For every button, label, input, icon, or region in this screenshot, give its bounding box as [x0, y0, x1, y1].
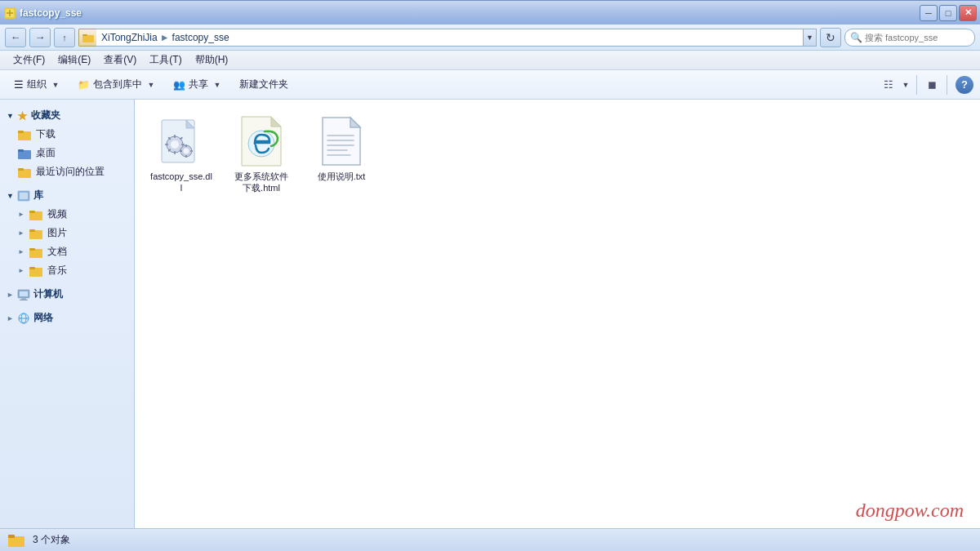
- favorites-arrow: ▼: [7, 112, 14, 120]
- svg-rect-22: [21, 298, 26, 300]
- breadcrumb-xitongzhijia[interactable]: XiTongZhiJia: [101, 32, 158, 43]
- file-item-dll[interactable]: fastcopy_sse.dll: [145, 109, 218, 200]
- sidebar-item-images[interactable]: ► 图片: [0, 224, 134, 242]
- sidebar-item-docs[interactable]: ► 文档: [0, 242, 134, 261]
- organize-label: 组织: [27, 78, 47, 91]
- search-input[interactable]: [865, 33, 955, 42]
- maximize-button[interactable]: □: [939, 5, 957, 21]
- breadcrumb-bar: XiTongZhiJia ► fastcopy_sse: [96, 29, 804, 47]
- expand-arrow-images: ►: [18, 229, 24, 237]
- preview-pane-button[interactable]: ◼: [922, 75, 942, 95]
- status-folder-icon: [8, 532, 24, 549]
- favorites-label: 收藏夹: [31, 109, 60, 122]
- breadcrumb-fastcopy[interactable]: fastcopy_sse: [172, 32, 229, 43]
- computer-header[interactable]: ► 计算机: [0, 285, 134, 304]
- library-icon: 📁: [78, 79, 90, 91]
- up-button[interactable]: ↑: [54, 28, 75, 47]
- svg-rect-32: [174, 135, 176, 138]
- share-icon: 👥: [173, 79, 185, 91]
- download-label: 下载: [36, 127, 56, 141]
- svg-rect-3: [82, 34, 87, 36]
- expand-arrow-video: ►: [18, 211, 24, 218]
- address-folder-icon: [78, 29, 96, 47]
- sidebar-item-video[interactable]: ► 视频: [0, 205, 134, 224]
- docs-folder-icon: [29, 247, 42, 258]
- address-bar: ← → ↑ XiTongZhiJia ► fastcopy_sse ▼ ↻ 🔍: [0, 24, 980, 51]
- file-item-txt[interactable]: 使用说明.txt: [305, 109, 378, 200]
- dll-icon-svg: [158, 118, 204, 164]
- status-count: 3 个对象: [33, 533, 70, 547]
- txt-file-icon: [315, 115, 368, 167]
- window-title: fastcopy_sse: [20, 7, 82, 19]
- new-folder-label: 新建文件夹: [239, 78, 288, 91]
- breadcrumb-dropdown[interactable]: ▼: [804, 29, 817, 47]
- svg-rect-7: [18, 149, 24, 152]
- sidebar: ▼ ★ 收藏夹 下载 桌面 最近访问的位置 ▼ 库: [0, 100, 135, 528]
- help-button[interactable]: ?: [956, 76, 973, 94]
- sidebar-item-recent[interactable]: 最近访问的位置: [0, 162, 134, 181]
- desktop-folder-icon: [18, 148, 31, 159]
- txt-file-name: 使用说明.txt: [318, 171, 366, 182]
- include-library-button[interactable]: 📁 包含到库中 ▼: [70, 73, 164, 96]
- library-icon: [17, 189, 30, 202]
- minimize-button[interactable]: ─: [920, 5, 938, 21]
- menu-tools[interactable]: 工具(T): [143, 51, 188, 69]
- desktop-label: 桌面: [36, 146, 56, 160]
- computer-icon: [17, 289, 30, 300]
- include-library-label: 包含到库中: [93, 78, 142, 91]
- recent-label: 最近访问的位置: [36, 165, 105, 179]
- sidebar-item-download[interactable]: 下载: [0, 125, 134, 144]
- library-label: 库: [33, 189, 43, 202]
- breadcrumb-separator: ►: [160, 32, 170, 43]
- new-folder-button[interactable]: 新建文件夹: [232, 73, 296, 96]
- back-button[interactable]: ←: [5, 28, 26, 47]
- file-area: fastcopy_sse.dll: [135, 100, 980, 528]
- music-folder-icon: [29, 265, 42, 277]
- files-container: fastcopy_sse.dll: [145, 109, 970, 200]
- expand-arrow-network: ►: [7, 314, 14, 322]
- images-folder-icon: [29, 228, 42, 239]
- computer-section: ► 计算机: [0, 285, 134, 304]
- svg-rect-5: [18, 131, 24, 133]
- share-button[interactable]: 👥 共享 ▼: [166, 73, 230, 96]
- download-folder-icon: [18, 129, 31, 140]
- organize-button[interactable]: ☰ 组织 ▼: [7, 73, 69, 96]
- html-file-name: 更多系统软件下载.html: [230, 171, 292, 194]
- share-dropdown-arrow[interactable]: ▼: [212, 81, 223, 89]
- network-header[interactable]: ► 网络: [0, 309, 134, 327]
- menu-edit[interactable]: 编辑(E): [51, 51, 97, 69]
- organize-dropdown-arrow[interactable]: ▼: [50, 81, 61, 89]
- svg-rect-45: [190, 150, 193, 152]
- file-item-html[interactable]: 更多系统软件下载.html: [225, 109, 298, 200]
- search-icon: 🔍: [850, 32, 862, 43]
- toolbar-separator-2: [947, 75, 947, 95]
- images-label: 图片: [47, 226, 67, 240]
- expand-arrow-music: ►: [18, 267, 24, 274]
- library-dropdown-arrow[interactable]: ▼: [145, 81, 157, 89]
- dll-file-name: fastcopy_sse.dll: [150, 171, 212, 194]
- library-header[interactable]: ▼ 库: [0, 186, 134, 205]
- menu-help[interactable]: 帮助(H): [189, 51, 235, 69]
- menu-bar: 文件(F) 编辑(E) 查看(V) 工具(T) 帮助(H): [0, 51, 980, 70]
- svg-rect-33: [174, 151, 176, 154]
- view-toggle-button[interactable]: ☷: [879, 75, 898, 95]
- svg-rect-43: [185, 155, 187, 158]
- view-dropdown-arrow[interactable]: ▼: [900, 70, 911, 99]
- favorites-header[interactable]: ▼ ★ 收藏夹: [0, 106, 134, 125]
- svg-rect-2: [82, 35, 94, 42]
- status-bar: 3 个对象: [0, 528, 980, 551]
- refresh-button[interactable]: ↻: [820, 28, 841, 47]
- close-button[interactable]: ✕: [959, 5, 977, 21]
- menu-view[interactable]: 查看(V): [97, 51, 143, 69]
- sidebar-item-desktop[interactable]: 桌面: [0, 144, 134, 162]
- docs-label: 文档: [47, 245, 67, 259]
- toolbar: ☰ 组织 ▼ 📁 包含到库中 ▼ 👥 共享 ▼ 新建文件夹 ☷ ▼ ◼ ?: [0, 70, 980, 100]
- window-controls: ─ □ ✕: [920, 5, 977, 21]
- sidebar-item-music[interactable]: ► 音乐: [0, 261, 134, 280]
- menu-file[interactable]: 文件(F): [7, 51, 51, 69]
- recent-folder-icon: [18, 167, 31, 178]
- music-label: 音乐: [47, 264, 67, 278]
- svg-rect-57: [8, 535, 15, 538]
- forward-button[interactable]: →: [29, 28, 51, 47]
- svg-rect-44: [180, 150, 182, 152]
